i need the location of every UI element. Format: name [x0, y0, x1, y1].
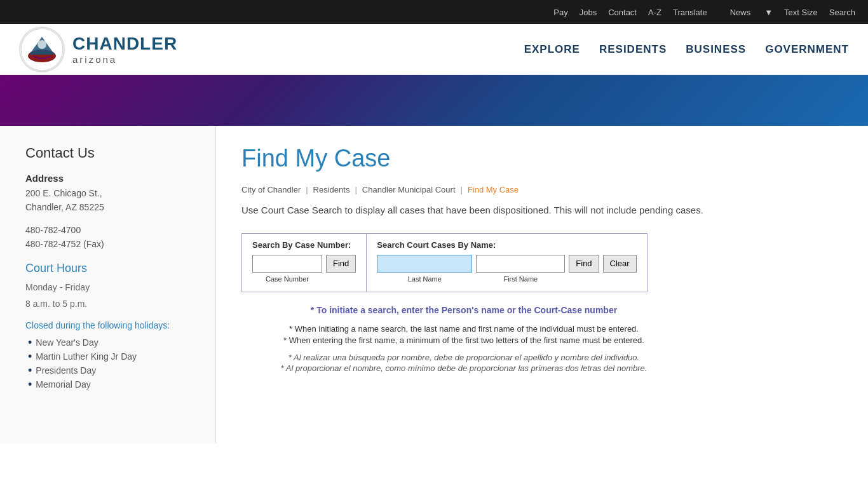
- search-form-container: Search By Case Number: Case Number Find …: [241, 233, 648, 292]
- topnav-pay[interactable]: Pay: [553, 8, 567, 17]
- breadcrumb-chandler[interactable]: City of Chandler: [241, 185, 301, 194]
- case-number-label: Case Number: [266, 275, 309, 283]
- holiday-list: New Year's Day Martin Luther King Jr Day…: [25, 336, 196, 391]
- topnav-jobs[interactable]: Jobs: [580, 8, 597, 17]
- case-search-row: Case Number Find: [252, 255, 356, 283]
- hero-banner: [0, 75, 868, 126]
- logo-text: CHANDLER arizona: [72, 34, 177, 65]
- phone-main: 480-782-4700: [25, 225, 196, 235]
- topnav-search[interactable]: Search: [829, 8, 855, 17]
- hint-list: * When initiating a name search, the las…: [241, 324, 686, 345]
- first-name-input[interactable]: [476, 255, 565, 273]
- hint4-italic: * Al proporcionar el nombre, como mínimo…: [241, 363, 686, 373]
- breadcrumb-residents[interactable]: Residents: [313, 185, 350, 194]
- last-name-input[interactable]: [377, 255, 472, 273]
- address-line1: 200 E. Chicago St.,: [25, 186, 196, 200]
- find-case-button[interactable]: Find: [326, 255, 356, 273]
- sidebar: Contact Us Address 200 E. Chicago St., C…: [0, 126, 216, 444]
- phone-fax: 480-782-4752 (Fax): [25, 239, 196, 249]
- nav-government[interactable]: GOVERNMENT: [765, 43, 849, 56]
- main-nav: EXPLORE RESIDENTS BUSINESS GOVERNMENT: [524, 43, 849, 56]
- address-block: 200 E. Chicago St., Chandler, AZ 85225: [25, 186, 196, 215]
- breadcrumb-sep1: |: [306, 185, 308, 194]
- nav-residents[interactable]: RESIDENTS: [599, 43, 667, 56]
- list-item: Presidents Day: [28, 363, 196, 377]
- main-content: Find My Case City of Chandler | Resident…: [216, 126, 868, 444]
- top-nav-bar: Pay Jobs Contact A-Z Translate News ▼ Te…: [0, 0, 868, 24]
- list-item: Memorial Day: [28, 377, 196, 391]
- breadcrumb: City of Chandler | Residents | Chandler …: [241, 185, 843, 194]
- nav-business[interactable]: BUSINESS: [686, 43, 746, 56]
- case-number-input-group: Case Number: [252, 255, 322, 283]
- list-item: Martin Luther King Jr Day: [28, 349, 196, 363]
- breadcrumb-court[interactable]: Chandler Municipal Court: [362, 185, 456, 194]
- topnav-az[interactable]: A-Z: [648, 8, 661, 17]
- first-name-label: First Name: [503, 275, 538, 283]
- court-hours-heading: Court Hours: [25, 262, 196, 275]
- search-by-case-section: Search By Case Number: Case Number Find: [242, 234, 367, 292]
- search-by-name-section: Search Court Cases By Name: Last Name Fi…: [367, 234, 646, 292]
- hours-time: 8 a.m. to 5 p.m.: [25, 297, 196, 311]
- page-title: Find My Case: [241, 145, 843, 172]
- hint-main-text: * To initiate a search, enter the Person…: [241, 305, 686, 315]
- hint-container: * To initiate a search, enter the Person…: [241, 305, 686, 373]
- closed-notice: Closed during the following holidays:: [25, 320, 196, 330]
- chandler-logo-icon: [20, 28, 64, 71]
- intro-text: Use Court Case Search to display all cas…: [241, 203, 843, 218]
- topnav-text-size[interactable]: Text Size: [784, 8, 818, 17]
- hint2: * When entering the first name, a minimu…: [241, 336, 686, 345]
- address-line2: Chandler, AZ 85225: [25, 200, 196, 214]
- contact-us-heading: Contact Us: [25, 145, 196, 161]
- logo-subtitle: arizona: [72, 54, 177, 65]
- breadcrumb-current: Find My Case: [468, 185, 519, 194]
- last-name-input-group: Last Name: [377, 255, 472, 283]
- page-body: Contact Us Address 200 E. Chicago St., C…: [0, 126, 868, 444]
- first-name-input-group: First Name: [476, 255, 565, 283]
- hint1: * When initiating a name search, the las…: [241, 324, 686, 334]
- clear-button[interactable]: Clear: [603, 255, 637, 273]
- name-search-row: Last Name First Name Find Clear: [377, 255, 636, 283]
- topnav-news[interactable]: News ▼: [719, 8, 773, 17]
- logo-name: CHANDLER: [72, 34, 177, 54]
- logo-circle: [19, 27, 65, 72]
- topnav-translate[interactable]: Translate: [673, 8, 707, 17]
- hours-weekdays: Monday - Friday: [25, 280, 196, 294]
- last-name-label: Last Name: [408, 275, 442, 283]
- hint3-italic: * Al realizar una búsqueda por nombre, d…: [241, 353, 686, 362]
- breadcrumb-sep2: |: [355, 185, 356, 194]
- main-header: CHANDLER arizona EXPLORE RESIDENTS BUSIN…: [0, 24, 868, 75]
- find-name-button[interactable]: Find: [569, 255, 599, 273]
- search-by-case-label: Search By Case Number:: [252, 240, 356, 250]
- nav-explore[interactable]: EXPLORE: [524, 43, 580, 56]
- case-number-input[interactable]: [252, 255, 322, 273]
- topnav-contact[interactable]: Contact: [608, 8, 637, 17]
- address-label: Address: [25, 173, 196, 184]
- search-by-name-label: Search Court Cases By Name:: [377, 240, 636, 250]
- svg-point-3: [37, 40, 46, 49]
- logo-area: CHANDLER arizona: [19, 27, 177, 72]
- breadcrumb-sep3: |: [461, 185, 463, 194]
- news-arrow-icon: ▼: [764, 8, 773, 17]
- list-item: New Year's Day: [28, 336, 196, 349]
